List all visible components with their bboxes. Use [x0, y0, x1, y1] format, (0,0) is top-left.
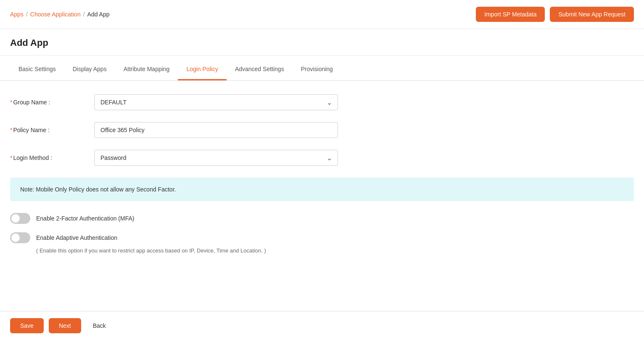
tab-display-apps[interactable]: Display Apps: [64, 59, 115, 80]
group-name-label: *Group Name :: [10, 99, 94, 106]
mfa-toggle-label: Enable 2-Factor Authentication (MFA): [36, 215, 134, 222]
tab-provisioning[interactable]: Provisioning: [293, 59, 341, 80]
footer-buttons: Save Next Back: [0, 311, 644, 340]
import-sp-metadata-button[interactable]: Import SP Metadata: [476, 7, 545, 22]
login-method-select-wrapper: Password OTP SAML OAuth: [94, 150, 338, 166]
policy-name-control: [94, 122, 338, 138]
tab-login-policy[interactable]: Login Policy: [178, 59, 227, 80]
login-method-label: *Login Method :: [10, 154, 94, 161]
mfa-toggle-row: Enable 2-Factor Authentication (MFA): [10, 213, 634, 224]
note-box: Note: Mobile Only Policy does not allow …: [10, 178, 634, 201]
page-title-area: Add App: [0, 29, 644, 56]
adaptive-toggle-row: Enable Adaptive Authentication: [10, 232, 634, 243]
group-name-required-star: *: [10, 99, 12, 106]
header-buttons: Import SP Metadata Submit New App Reques…: [476, 7, 634, 22]
page-title: Add App: [10, 37, 634, 48]
breadcrumb-apps-link[interactable]: Apps: [10, 11, 24, 18]
save-button[interactable]: Save: [10, 318, 44, 333]
submit-new-app-request-button[interactable]: Submit New App Request: [550, 7, 634, 22]
login-method-row: *Login Method : Password OTP SAML OAuth: [10, 150, 634, 166]
content-area: *Group Name : DEFAULT Administrators Use…: [0, 81, 644, 276]
policy-name-row: *Policy Name :: [10, 122, 634, 138]
login-method-control: Password OTP SAML OAuth: [94, 150, 338, 166]
login-method-required-star: *: [10, 154, 12, 161]
mfa-toggle-slider: [10, 213, 30, 224]
breadcrumb-current: Add App: [87, 11, 110, 18]
breadcrumb-choose-app-link[interactable]: Choose Application: [30, 11, 81, 18]
group-name-select[interactable]: DEFAULT Administrators Users: [94, 94, 338, 110]
group-name-control: DEFAULT Administrators Users: [94, 94, 338, 110]
login-method-select[interactable]: Password OTP SAML OAuth: [94, 150, 338, 166]
group-name-select-wrapper: DEFAULT Administrators Users: [94, 94, 338, 110]
adaptive-toggle-label: Enable Adaptive Authentication: [36, 234, 117, 241]
policy-name-required-star: *: [10, 127, 12, 133]
breadcrumb: Apps / Choose Application / Add App: [10, 11, 110, 18]
policy-name-label: *Policy Name :: [10, 127, 94, 133]
tab-advanced-settings[interactable]: Advanced Settings: [227, 59, 293, 80]
back-button[interactable]: Back: [86, 318, 113, 333]
note-text: Note: Mobile Only Policy does not allow …: [20, 186, 176, 193]
next-button[interactable]: Next: [49, 318, 81, 333]
header: Apps / Choose Application / Add App Impo…: [0, 0, 644, 29]
adaptive-description: ( Enable this option if you want to rest…: [36, 247, 634, 254]
tabs-container: Basic Settings Display Apps Attribute Ma…: [0, 59, 644, 81]
breadcrumb-sep2: /: [83, 11, 85, 18]
policy-name-input[interactable]: [94, 122, 338, 138]
mfa-toggle[interactable]: [10, 213, 30, 224]
group-name-row: *Group Name : DEFAULT Administrators Use…: [10, 94, 634, 110]
tab-basic-settings[interactable]: Basic Settings: [10, 59, 64, 80]
adaptive-toggle[interactable]: [10, 232, 30, 243]
breadcrumb-sep1: /: [26, 11, 28, 18]
tab-attribute-mapping[interactable]: Attribute Mapping: [115, 59, 178, 80]
adaptive-toggle-slider: [10, 232, 30, 243]
